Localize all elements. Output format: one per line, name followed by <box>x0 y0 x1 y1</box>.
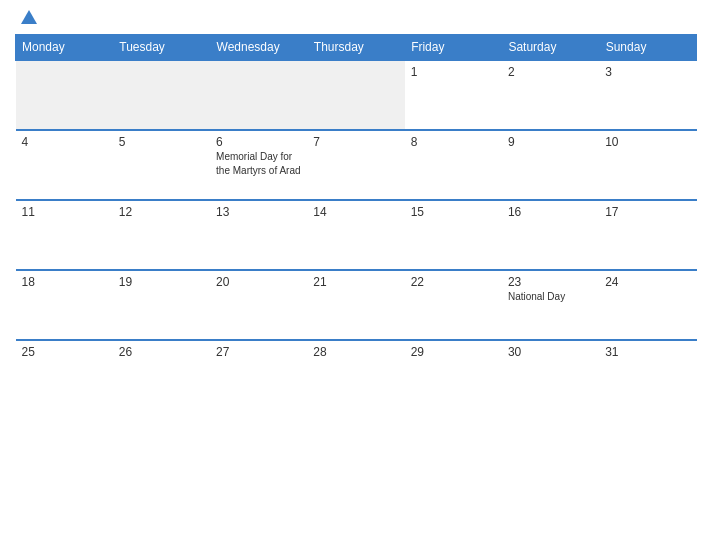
day-cell: 7 <box>307 130 404 200</box>
weekday-header-saturday: Saturday <box>502 35 599 61</box>
day-cell: 26 <box>113 340 210 410</box>
day-number: 15 <box>411 205 496 219</box>
day-cell: 30 <box>502 340 599 410</box>
day-number: 22 <box>411 275 496 289</box>
weekday-header-sunday: Sunday <box>599 35 696 61</box>
day-cell: 25 <box>16 340 113 410</box>
day-cell: 16 <box>502 200 599 270</box>
day-number: 25 <box>22 345 107 359</box>
day-number: 8 <box>411 135 496 149</box>
day-cell: 5 <box>113 130 210 200</box>
weekday-header-wednesday: Wednesday <box>210 35 307 61</box>
day-number: 2 <box>508 65 593 79</box>
empty-cell <box>307 60 404 130</box>
day-number: 12 <box>119 205 204 219</box>
day-number: 26 <box>119 345 204 359</box>
day-number: 13 <box>216 205 301 219</box>
day-cell: 15 <box>405 200 502 270</box>
day-cell: 3 <box>599 60 696 130</box>
day-cell: 13 <box>210 200 307 270</box>
day-cell: 12 <box>113 200 210 270</box>
day-number: 4 <box>22 135 107 149</box>
week-row-2: 456Memorial Day for the Martyrs of Arad7… <box>16 130 697 200</box>
day-number: 3 <box>605 65 690 79</box>
day-number: 23 <box>508 275 593 289</box>
day-cell: 27 <box>210 340 307 410</box>
day-cell: 28 <box>307 340 404 410</box>
day-cell: 14 <box>307 200 404 270</box>
weekday-header-friday: Friday <box>405 35 502 61</box>
day-number: 10 <box>605 135 690 149</box>
day-cell: 22 <box>405 270 502 340</box>
day-cell: 31 <box>599 340 696 410</box>
day-cell: 20 <box>210 270 307 340</box>
weekday-header-monday: Monday <box>16 35 113 61</box>
empty-cell <box>16 60 113 130</box>
day-number: 18 <box>22 275 107 289</box>
day-cell: 9 <box>502 130 599 200</box>
day-number: 24 <box>605 275 690 289</box>
day-number: 28 <box>313 345 398 359</box>
holiday-label: Memorial Day for the Martyrs of Arad <box>216 151 300 176</box>
weekday-header-tuesday: Tuesday <box>113 35 210 61</box>
day-number: 31 <box>605 345 690 359</box>
day-cell: 8 <box>405 130 502 200</box>
day-number: 27 <box>216 345 301 359</box>
week-row-3: 11121314151617 <box>16 200 697 270</box>
day-cell: 24 <box>599 270 696 340</box>
day-number: 29 <box>411 345 496 359</box>
day-cell: 29 <box>405 340 502 410</box>
day-number: 20 <box>216 275 301 289</box>
day-cell: 17 <box>599 200 696 270</box>
day-number: 1 <box>411 65 496 79</box>
day-cell: 21 <box>307 270 404 340</box>
day-cell: 10 <box>599 130 696 200</box>
week-row-5: 25262728293031 <box>16 340 697 410</box>
day-cell: 2 <box>502 60 599 130</box>
day-cell: 1 <box>405 60 502 130</box>
day-number: 7 <box>313 135 398 149</box>
weekday-header-thursday: Thursday <box>307 35 404 61</box>
day-number: 14 <box>313 205 398 219</box>
calendar-header <box>15 10 697 26</box>
weekday-header-row: MondayTuesdayWednesdayThursdayFridaySatu… <box>16 35 697 61</box>
day-number: 19 <box>119 275 204 289</box>
day-number: 30 <box>508 345 593 359</box>
day-cell: 6Memorial Day for the Martyrs of Arad <box>210 130 307 200</box>
holiday-label: National Day <box>508 291 565 302</box>
empty-cell <box>210 60 307 130</box>
day-number: 11 <box>22 205 107 219</box>
day-number: 6 <box>216 135 301 149</box>
empty-cell <box>113 60 210 130</box>
week-row-1: 123 <box>16 60 697 130</box>
calendar-table: MondayTuesdayWednesdayThursdayFridaySatu… <box>15 34 697 410</box>
day-cell: 11 <box>16 200 113 270</box>
logo <box>15 10 41 26</box>
day-cell: 23National Day <box>502 270 599 340</box>
day-number: 17 <box>605 205 690 219</box>
day-number: 9 <box>508 135 593 149</box>
day-number: 5 <box>119 135 204 149</box>
logo-triangle-icon <box>21 10 37 24</box>
day-cell: 4 <box>16 130 113 200</box>
day-number: 21 <box>313 275 398 289</box>
day-cell: 18 <box>16 270 113 340</box>
week-row-4: 181920212223National Day24 <box>16 270 697 340</box>
day-cell: 19 <box>113 270 210 340</box>
calendar-page: MondayTuesdayWednesdayThursdayFridaySatu… <box>0 0 712 550</box>
day-number: 16 <box>508 205 593 219</box>
